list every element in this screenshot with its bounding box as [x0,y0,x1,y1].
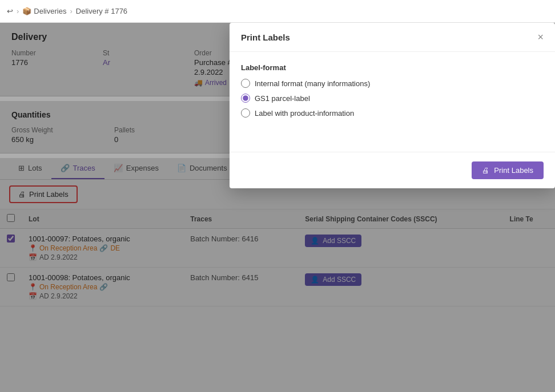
radio-product-input[interactable] [241,108,250,118]
modal-print-label: Print Labels [494,166,533,175]
back-icon: ↩ [7,7,13,15]
modal-body: Label-format Internal format (many infor… [230,52,555,129]
label-format-label: Label-format [241,63,544,72]
radio-gs1-label: GS1 parcel-label [255,94,310,103]
radio-internal[interactable]: Internal format (many informations) [241,79,544,88]
modal-header: Print Labels × [230,23,555,52]
breadcrumb-deliveries[interactable]: 📦 Deliveries [22,7,66,15]
breadcrumb-sep-2: › [70,7,72,15]
breadcrumb-current-label: Delivery # 1776 [76,7,127,15]
modal-title: Print Labels [241,33,290,42]
radio-group: Internal format (many informations) GS1 … [241,79,544,118]
modal-footer: 🖨 Print Labels [230,152,555,188]
radio-product[interactable]: Label with product-information [241,108,544,118]
modal-print-icon: 🖨 [482,166,489,175]
close-icon: × [537,31,544,43]
radio-internal-input[interactable] [241,79,250,88]
breadcrumb-deliveries-label: Deliveries [34,7,66,15]
radio-gs1[interactable]: GS1 parcel-label [241,94,544,103]
deliveries-icon: 📦 [22,7,31,15]
breadcrumb-sep-1: › [17,7,19,15]
main-content: Delivery Number 1776 St Ar Order Purchas… [0,23,555,392]
modal-close-button[interactable]: × [537,32,544,42]
breadcrumb-back[interactable]: ↩ [7,7,13,15]
modal-print-button[interactable]: 🖨 Print Labels [472,161,544,179]
breadcrumb-current: Delivery # 1776 [76,7,127,15]
modal-overlay: Print Labels × Label-format Internal for… [0,23,555,392]
radio-gs1-input[interactable] [241,94,250,103]
breadcrumb-bar: ↩ › 📦 Deliveries › Delivery # 1776 [0,0,555,23]
print-labels-modal: Print Labels × Label-format Internal for… [230,23,555,188]
radio-internal-label: Internal format (many informations) [255,79,370,88]
radio-product-label: Label with product-information [255,109,354,118]
